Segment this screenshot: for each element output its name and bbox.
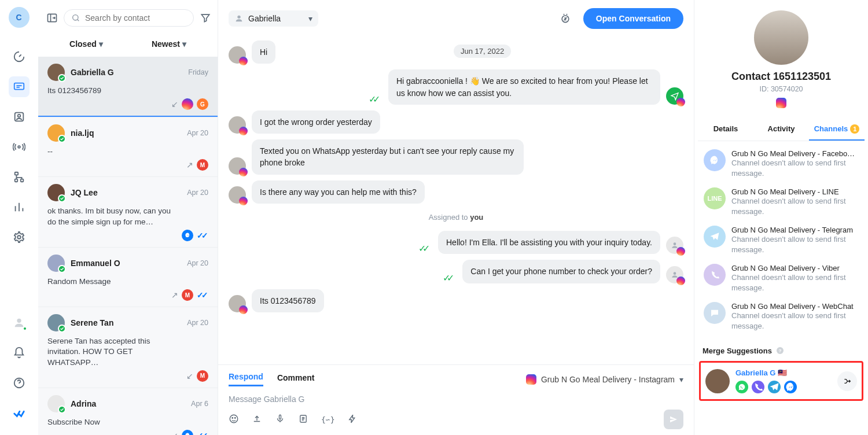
attach-button[interactable] [252,414,262,426]
chat-body[interactable]: HiJun 17, 2022✓✓Hi gabraccooniella ! 👋 W… [218,37,694,364]
nav-dashboard[interactable] [9,46,30,67]
channel-item[interactable]: Grub N Go Meal Delivery - Facebo…Channel… [700,145,862,183]
nav-notifications[interactable] [9,342,30,363]
channel-subtitle: Channel doesn't allow to send first mess… [731,311,859,331]
emoji-button[interactable] [229,414,239,426]
line-icon: LINE [704,187,726,209]
channel-title: Grub N Go Meal Delivery - WebChat [731,302,859,311]
contact-avatar [47,255,65,272]
assignee-name: Gabriella [248,14,281,23]
composer-channel-selector[interactable]: Grub N Go Meal Delivery - Instagram ▾ [526,374,683,385]
messenger-icon [182,230,193,241]
conversation-date: Apr 6 [191,400,208,408]
search-input[interactable] [85,13,186,23]
open-conversation-button[interactable]: Open Conversation [583,8,683,29]
sender-avatar [666,237,683,254]
flag-icon: 🇲🇾 [778,368,787,377]
svg-point-8 [17,319,21,323]
tab-respond[interactable]: Respond [229,372,263,386]
channel-item[interactable]: Grub N Go Meal Delivery - ViberChannel d… [700,259,862,297]
composer-input[interactable]: Message Gabriella G [229,391,683,410]
conversation-date: Apr 20 [187,189,208,197]
merge-avatar [705,369,730,393]
svg-rect-5 [14,179,17,182]
instagram-icon [676,277,685,285]
merge-suggestion-card[interactable]: Gabriella G 🇲🇾 [699,361,863,401]
svg-point-2 [17,115,20,117]
contact-name: JQ Lee [71,188,181,197]
conversation-item[interactable]: Serene TanApr 20Serene Tan has accepted … [38,307,218,388]
help-icon[interactable]: ? [775,346,785,355]
conversation-item[interactable]: Emmanuel OApr 20Random Message↗M✓✓ [38,247,218,307]
tab-comment[interactable]: Comment [277,373,315,386]
contact-avatar[interactable] [754,10,808,65]
message-avatar [229,186,246,204]
message-bubble: Hello! I'm Ella. I'll be assisting you w… [438,231,660,254]
nav-broadcast[interactable] [9,137,30,157]
nav-brand[interactable] [9,403,30,423]
conversation-item[interactable]: Gabriella GFridayIts 0123456789↙G [38,57,218,117]
whatsapp-icon [735,381,748,393]
nav-reports[interactable] [9,197,30,218]
initial-avatar: G [197,98,208,110]
outgoing-message: ✓✓Hello! I'm Ella. I'll be assisting you… [229,231,683,254]
message-bubble: Hi gabraccooniella ! 👋 We are so excited… [388,69,660,105]
tab-channels[interactable]: Channels1 [809,119,865,141]
svg-point-3 [18,146,20,148]
search-box[interactable] [64,9,194,27]
conversation-snippet: ok thanks. Im bit busy now, can you do t… [47,206,175,227]
message-avatar [229,116,246,134]
nav-settings[interactable] [9,227,30,248]
nav-help[interactable] [9,373,30,393]
channel-item[interactable]: LINEGrub N Go Meal Delivery - LINEChanne… [700,183,862,221]
action-button[interactable] [347,414,358,426]
send-button[interactable] [664,410,683,429]
svg-point-21 [713,312,714,313]
conversation-item[interactable]: AdrinaApr 6Subscribe Now↙✓✓ [38,388,218,435]
conversation-date: Apr 20 [187,129,208,137]
channel-item[interactable]: Grub N Go Meal Delivery - TelegramChanne… [700,221,862,259]
workspace-avatar[interactable]: C [9,7,30,28]
collapse-sidebar-button[interactable] [46,8,58,28]
instagram-icon [676,98,685,106]
conversation-list[interactable]: Gabriella GFridayIts 0123456789↙Gnia.ljq… [38,57,218,435]
nav-workflows[interactable] [9,167,30,187]
nav-inbox[interactable] [9,76,30,97]
system-message: Assigned to you [429,209,484,225]
read-receipt-icon: ✓✓ [418,243,426,254]
webchat-icon [704,302,726,324]
merge-button[interactable] [837,371,857,391]
variable-button[interactable]: {∽} [321,415,334,424]
gmail-icon: M [197,159,208,171]
chevron-down-icon: ▾ [99,39,103,49]
voice-button[interactable] [275,414,285,426]
conversation-item[interactable]: JQ LeeApr 20ok thanks. Im bit busy now, … [38,176,218,246]
status-dot [58,325,66,333]
snippet-button[interactable] [298,414,308,426]
tab-activity[interactable]: Activity [753,119,809,141]
tab-details[interactable]: Details [698,119,753,141]
filter-button[interactable] [200,8,211,28]
contact-panel: Contact 1651123501 ID: 30574020 Details … [694,0,868,435]
status-filter[interactable]: Closed▾ [69,39,103,49]
svg-point-16 [230,415,238,423]
arrow-out-icon: ↗ [186,160,193,169]
svg-rect-4 [14,172,18,175]
sender-avatar [666,266,683,283]
assignee-selector[interactable]: Gabriella ▾ [229,10,318,27]
svg-point-12 [237,16,240,19]
contact-name: Adrina [71,399,185,408]
svg-point-17 [232,417,233,418]
conversation-item[interactable]: nia.ljqApr 20--↗M [38,117,218,176]
outgoing-message: ✓✓Hi gabraccooniella ! 👋 We are so excit… [229,69,683,105]
nav-presence[interactable] [9,312,30,333]
message-bubble: I got the wrong order yesterday [252,110,380,134]
channel-subtitle: Channel doesn't allow to send first mess… [731,158,859,178]
gmail-icon: M [197,370,208,382]
nav-contacts[interactable] [9,106,30,127]
sort-filter[interactable]: Newest▾ [152,39,186,49]
channel-item[interactable]: Grub N Go Meal Delivery - WebChatChannel… [700,297,862,336]
contact-name: Contact 1651123501 [731,71,831,83]
snooze-button[interactable] [556,9,575,28]
message-bubble: Texted you on WhatsApp yesterday but i c… [252,139,524,175]
